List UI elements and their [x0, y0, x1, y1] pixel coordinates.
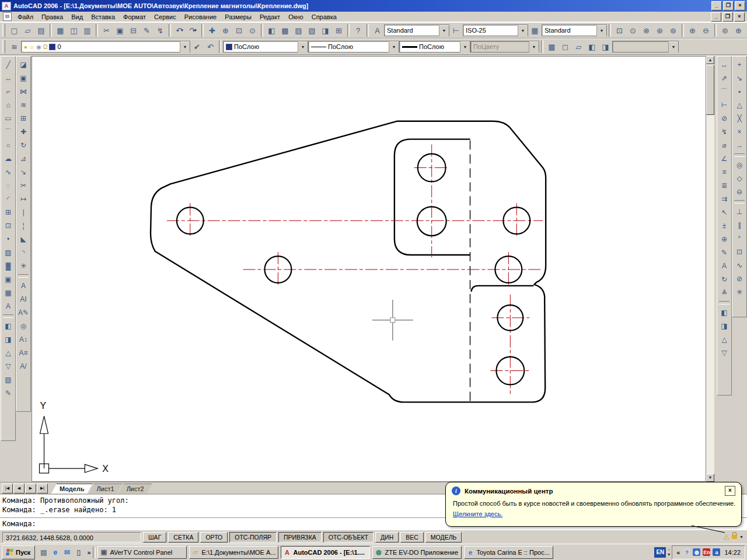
- taskbar-button-avertv[interactable]: ▣ AVerTV Control Panel: [97, 546, 187, 559]
- table-style-icon[interactable]: ▦: [528, 24, 542, 37]
- quick-leader-icon[interactable]: ↖: [718, 206, 731, 219]
- plot-preview-icon[interactable]: ◫: [67, 24, 81, 37]
- dim-diameter-icon[interactable]: ⌀: [718, 139, 731, 152]
- rectangle-icon[interactable]: ▭: [2, 112, 15, 125]
- outlook-express-icon[interactable]: ✉: [62, 548, 71, 556]
- start-button[interactable]: Пуск: [2, 545, 35, 559]
- temp-track-point-icon[interactable]: +: [733, 58, 746, 71]
- save-icon[interactable]: ▤: [34, 24, 48, 37]
- draworder-front-icon[interactable]: ◧: [2, 320, 15, 332]
- block-editor-icon[interactable]: ↯: [153, 24, 167, 37]
- tab-first-button[interactable]: |◀: [2, 484, 13, 494]
- polygonal-viewport-icon[interactable]: ▱: [572, 40, 585, 54]
- snap-from-icon[interactable]: ↘: [733, 72, 746, 85]
- snap-node-icon[interactable]: °: [733, 232, 746, 245]
- menu-view[interactable]: Вид: [67, 12, 87, 22]
- toolbar-options[interactable]: ▫▾: [668, 548, 670, 557]
- mdi-restore-button[interactable]: ❐: [722, 12, 733, 22]
- spline-icon[interactable]: ∿: [2, 166, 15, 178]
- qnew-icon[interactable]: ▢: [8, 24, 21, 37]
- status-toggle-snap-mode[interactable]: ШАГ: [143, 532, 166, 542]
- erase-icon[interactable]: ◪: [17, 58, 30, 71]
- dim-arc-length-icon[interactable]: ⌒: [718, 85, 731, 98]
- zoom-previous-icon[interactable]: ⊙: [246, 24, 259, 37]
- dim-jogged-icon[interactable]: ↯: [718, 125, 731, 138]
- snap-tangent-icon[interactable]: ⊖: [733, 186, 746, 198]
- layer-previous-icon[interactable]: ↶: [204, 40, 217, 54]
- tab-layout1[interactable]: Лист1: [89, 484, 123, 494]
- taskbar-button-toyota-ie[interactable]: e Toyota Carina E :: Прос...: [464, 546, 553, 559]
- drawing-canvas[interactable]: YX: [32, 56, 706, 482]
- text-justify-icon[interactable]: A≡: [17, 346, 30, 359]
- dim-baseline-icon[interactable]: ≣: [718, 179, 731, 192]
- restore-button[interactable]: ❐: [723, 1, 734, 10]
- clip-viewport-icon[interactable]: ◨: [599, 40, 612, 54]
- explode-icon[interactable]: ✳: [17, 260, 30, 272]
- polyline-icon[interactable]: ⌐: [2, 85, 15, 98]
- polygon-icon[interactable]: ⌂: [2, 99, 15, 111]
- single-line-text-icon[interactable]: AI: [17, 293, 30, 306]
- chevron-down-icon[interactable]: ▼: [439, 25, 449, 36]
- plot-icon[interactable]: ▦: [54, 24, 67, 37]
- canvas-vscrollbar[interactable]: ▲ ▼: [706, 56, 714, 482]
- snap-extension-icon[interactable]: →: [733, 139, 746, 152]
- snap-parallel-icon[interactable]: ∥: [733, 219, 746, 232]
- taskbar-button-zte-evdo[interactable]: ◍ ZTE EV-DO Приложение: [372, 546, 462, 559]
- toolbar-grip[interactable]: [2, 40, 5, 53]
- tab-next-button[interactable]: ▶: [25, 484, 36, 494]
- acrobat-reader-icon[interactable]: a: [713, 548, 720, 556]
- zoom-in-icon[interactable]: ⊕: [686, 24, 699, 37]
- tolerance-icon[interactable]: ±: [718, 219, 731, 232]
- mobile-device-icon[interactable]: ▯: [74, 548, 83, 556]
- layer-combo[interactable]: ● ☼ ◉ Ω 0 ▼: [21, 41, 190, 52]
- designcenter-icon[interactable]: ▩: [278, 24, 292, 37]
- offset-icon[interactable]: ≋: [17, 99, 30, 111]
- taskbar-button-autocad[interactable]: A AutoCAD 2006 - [E:\1....: [281, 546, 370, 559]
- menu-tools[interactable]: Сервис: [150, 12, 180, 22]
- scrollbar-thumb[interactable]: [706, 65, 714, 115]
- mdi-close-button[interactable]: ×: [734, 12, 745, 22]
- menu-file[interactable]: Файл: [13, 12, 37, 22]
- menu-window[interactable]: Окно: [284, 12, 308, 22]
- edit-text-icon[interactable]: A✎: [17, 306, 30, 319]
- convert-to-viewport-icon[interactable]: ◧: [585, 40, 599, 54]
- dim-update-icon[interactable]: ↻: [718, 273, 731, 286]
- chamfer-icon[interactable]: ◣: [17, 233, 30, 246]
- match-properties-icon[interactable]: ✎: [140, 24, 153, 37]
- dim-radius-icon[interactable]: ⊘: [718, 112, 731, 125]
- insert-block-icon[interactable]: ⊞: [2, 206, 15, 219]
- pan-realtime-icon[interactable]: ✚: [205, 24, 219, 37]
- paste-icon[interactable]: ⊟: [127, 24, 140, 37]
- zoom-center-icon[interactable]: ⊛: [653, 24, 666, 37]
- zoom-realtime-icon[interactable]: ⊕: [219, 24, 232, 37]
- draworder-below-icon[interactable]: ▽: [2, 360, 15, 373]
- chevron-down-icon[interactable]: ▼: [739, 535, 743, 539]
- publish-icon[interactable]: ▥: [81, 24, 94, 37]
- snap-intersection-icon[interactable]: ╳: [733, 112, 746, 125]
- zoom-dynamic-icon[interactable]: ⊙: [626, 24, 640, 37]
- dim-style-icon[interactable]: ⊢: [449, 24, 463, 37]
- balloon-link[interactable]: Щелкните здесь.: [453, 510, 734, 517]
- status-toggle-otrack[interactable]: ОТС-ОБЪЕКТ: [323, 532, 374, 542]
- scroll-up-icon[interactable]: ▲: [706, 56, 714, 64]
- markup-set-manager-icon[interactable]: ◨: [319, 24, 332, 37]
- viewports-dialog-icon[interactable]: ▦: [545, 40, 558, 54]
- status-toggle-lineweight[interactable]: ВЕС: [400, 532, 424, 542]
- menu-format[interactable]: Формат: [119, 12, 150, 22]
- cut-icon[interactable]: ✂: [100, 24, 113, 37]
- sheetset-manager-icon[interactable]: ▧: [305, 24, 319, 37]
- balloon-close-button[interactable]: ×: [725, 486, 735, 496]
- osnap-settings-icon[interactable]: ✳: [733, 286, 746, 299]
- zoom-object-icon[interactable]: ⊚: [666, 24, 680, 37]
- arc-icon[interactable]: ⌒: [2, 125, 15, 138]
- table-style-combo[interactable]: Standard ▼: [542, 24, 607, 36]
- layer-on-icon[interactable]: ●: [24, 44, 27, 50]
- center-mark-icon[interactable]: ⊕: [718, 233, 731, 246]
- dim-ordinate-icon[interactable]: ⊢: [718, 99, 731, 111]
- chevron-down-icon[interactable]: ▼: [180, 41, 190, 52]
- toolbar-lock-icon[interactable]: [732, 535, 737, 539]
- status-toggle-model-space[interactable]: МОДЕЛЬ: [425, 532, 462, 542]
- toolbar-grip[interactable]: [2, 24, 5, 37]
- single-viewport-icon[interactable]: ◻: [558, 40, 572, 54]
- chevron-down-icon[interactable]: ▼: [298, 41, 308, 52]
